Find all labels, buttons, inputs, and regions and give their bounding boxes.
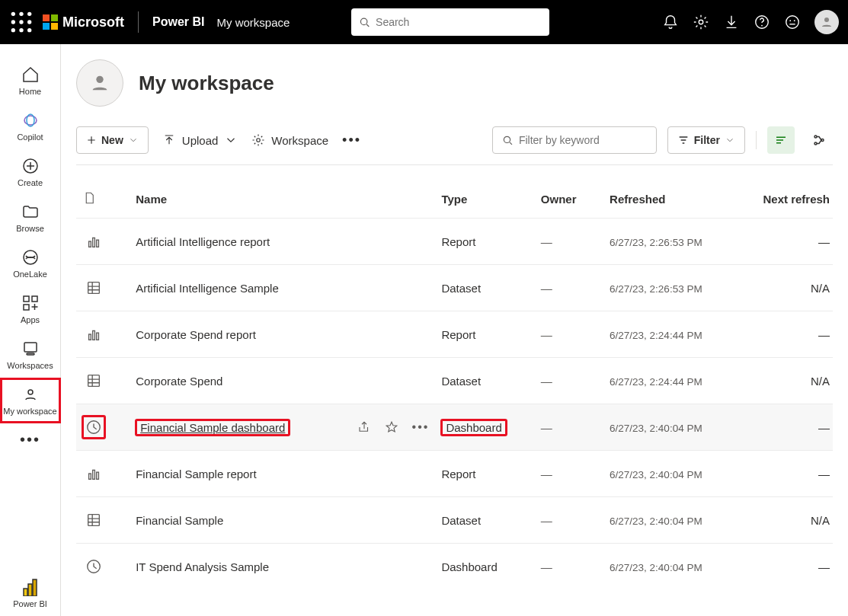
svg-rect-47 [89,474,91,479]
header-actions [662,10,839,34]
row-name-cell[interactable]: Artificial Intelligence Sample [130,265,435,311]
app-launcher-icon[interactable] [9,10,34,34]
microsoft-logo-icon [43,14,58,30]
workspace-title: My workspace [139,72,274,95]
nav-copilot[interactable]: Copilot [0,104,61,149]
svg-rect-28 [24,589,27,596]
nav-label: Workspaces [7,361,53,370]
col-owner[interactable]: Owner [535,180,603,219]
breadcrumb[interactable]: My workspace [216,16,290,29]
svg-point-6 [11,28,15,32]
product-label[interactable]: Power BI [152,15,204,29]
notifications-icon[interactable] [662,14,679,30]
content-table: Name Type Owner Refreshed Next refresh A… [76,180,833,589]
item-name[interactable]: Corporate Spend [136,375,222,388]
table-row[interactable]: IT Spend Analysis Sample Dashboard — 6/2… [76,544,833,590]
svg-point-37 [821,139,824,142]
row-refreshed-cell: 6/27/23, 2:24:44 PM [603,358,741,404]
filter-keyword-input[interactable] [492,126,657,154]
svg-rect-24 [24,305,29,310]
svg-point-4 [19,20,23,24]
nav-apps[interactable]: Apps [0,286,61,332]
item-name[interactable]: Financial Sample dashboard [136,420,290,436]
nav-create[interactable]: Create [0,149,61,195]
workspace-settings-button[interactable]: Workspace [251,133,328,147]
row-name-cell[interactable]: IT Spend Analysis Sample [130,544,435,590]
favorite-star-icon[interactable] [385,420,398,434]
col-type[interactable]: Type [435,180,534,219]
table-row[interactable]: Financial Sample dashboard ••• Dashboard… [76,404,833,451]
nav-powerbi-footer[interactable]: Power BI [0,570,61,616]
table-row[interactable]: Financial Sample Dataset — 6/27/23, 2:40… [76,497,833,544]
list-view-toggle[interactable] [767,126,795,154]
share-icon[interactable] [357,420,371,434]
row-type-cell: Dashboard [435,544,534,590]
col-name[interactable]: Name [130,180,435,219]
nav-browse[interactable]: Browse [0,195,61,241]
table-row[interactable]: Artificial Intelligence report Report — … [76,219,833,265]
row-next-cell: — [741,404,833,451]
svg-point-0 [11,12,15,16]
row-name-cell[interactable]: Artificial Intelligence report [130,219,435,265]
svg-point-31 [96,76,103,83]
svg-rect-50 [88,515,100,526]
nav-onelake[interactable]: OneLake [0,241,61,286]
table-row[interactable]: Financial Sample report Report — 6/27/23… [76,451,833,497]
toolbar-more-button[interactable]: ••• [342,132,361,148]
svg-point-27 [28,390,33,394]
row-name-cell[interactable]: Financial Sample dashboard ••• [130,404,435,451]
table-row[interactable]: Corporate Spend Dataset — 6/27/23, 2:24:… [76,358,833,404]
nav-more[interactable]: ••• [0,423,61,456]
svg-rect-22 [24,296,29,302]
item-name[interactable]: Corporate Spend report [136,328,256,341]
download-icon[interactable] [723,14,740,30]
global-search[interactable] [351,8,549,36]
table-row[interactable]: Corporate Spend report Report — 6/27/23,… [76,311,833,358]
item-name[interactable]: IT Spend Analysis Sample [136,560,269,573]
col-icon [76,180,130,219]
nav-my-workspace[interactable]: My workspace [0,378,61,423]
row-name-cell[interactable]: Corporate Spend [130,358,435,404]
row-name-cell[interactable]: Corporate Spend report [130,311,435,358]
lineage-view-toggle[interactable] [805,126,833,154]
filter-input-field[interactable] [519,134,647,146]
item-name[interactable]: Financial Sample report [136,468,256,480]
upload-button[interactable]: Upload [162,133,238,147]
row-refreshed-cell: 6/27/23, 2:24:44 PM [603,311,741,358]
item-name[interactable]: Financial Sample [136,514,223,527]
feedback-icon[interactable] [784,14,801,30]
nav-home[interactable]: Home [0,58,61,104]
svg-point-1 [19,12,23,16]
item-name[interactable]: Artificial Intelligence report [136,235,270,248]
row-type-icon-cell [76,219,130,265]
filter-button[interactable]: Filter [667,126,745,154]
row-refreshed-cell: 6/27/23, 2:40:04 PM [603,451,741,497]
nav-workspaces[interactable]: Workspaces [0,332,61,378]
item-name[interactable]: Artificial Intelligence Sample [136,282,279,295]
help-icon[interactable] [754,14,770,30]
row-type-cell: Dataset [435,265,534,311]
new-button[interactable]: New [76,126,149,154]
col-next-refresh[interactable]: Next refresh [741,180,833,219]
row-owner-cell: — [535,451,603,497]
col-refreshed[interactable]: Refreshed [603,180,741,219]
row-name-cell[interactable]: Financial Sample [130,497,435,544]
svg-rect-39 [93,238,95,247]
row-name-cell[interactable]: Financial Sample report [130,451,435,497]
chevron-down-icon [224,133,238,147]
account-avatar[interactable] [814,10,839,34]
svg-rect-48 [93,470,95,479]
svg-point-33 [504,136,510,142]
separator [756,131,757,149]
table-row[interactable]: Artificial Intelligence Sample Dataset —… [76,265,833,311]
row-more-icon[interactable]: ••• [412,420,430,434]
filter-label: Filter [694,134,720,146]
row-type-icon-cell [76,451,130,497]
divider [138,11,139,33]
search-input[interactable] [376,16,542,28]
gear-icon [251,133,265,147]
settings-gear-icon[interactable] [693,14,709,30]
row-owner-cell: — [535,358,603,404]
svg-line-34 [510,142,512,145]
svg-rect-44 [97,333,99,340]
